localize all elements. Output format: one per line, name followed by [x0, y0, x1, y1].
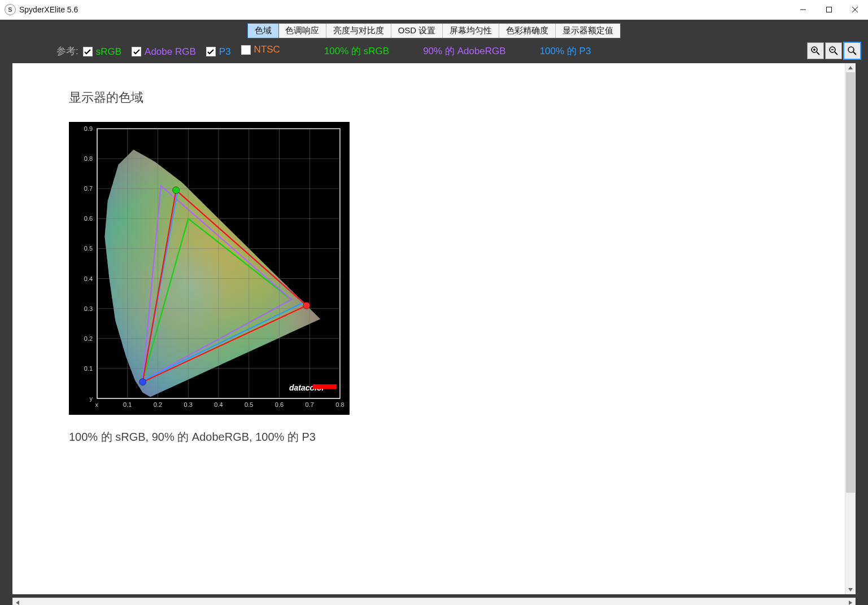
gamut-result: 100% 的 sRGB: [324, 45, 389, 58]
svg-line-5: [817, 52, 819, 55]
svg-line-9: [835, 52, 838, 55]
svg-marker-58: [849, 600, 852, 605]
tab-色域[interactable]: 色域: [247, 23, 279, 38]
ref-checkbox-srgb[interactable]: sRGB: [83, 46, 121, 58]
svg-text:0.7: 0.7: [84, 185, 93, 192]
svg-text:0.9: 0.9: [84, 125, 93, 132]
maximize-button[interactable]: [816, 0, 842, 19]
content-panel: 显示器的色域 0.10.20.30.40.50.60.70.80.10.20.3…: [12, 63, 856, 594]
gamut-result: 100% 的 P3: [540, 45, 591, 58]
svg-text:0.2: 0.2: [84, 335, 93, 342]
svg-point-52: [139, 379, 146, 385]
svg-text:0.5: 0.5: [245, 401, 253, 408]
svg-text:0.6: 0.6: [84, 215, 93, 222]
horizontal-scrollbar[interactable]: [12, 598, 856, 605]
zoom-in-button[interactable]: [807, 42, 824, 59]
vertical-scrollbar[interactable]: [845, 63, 856, 594]
zoom-fit-button[interactable]: [843, 42, 861, 60]
gamut-chart: 0.10.20.30.40.50.60.70.80.10.20.30.40.50…: [69, 122, 350, 415]
ref-checkbox-ntsc[interactable]: NTSC: [241, 44, 280, 55]
svg-point-51: [173, 187, 180, 194]
svg-text:0.5: 0.5: [84, 245, 93, 252]
svg-text:0.3: 0.3: [184, 401, 193, 408]
svg-marker-56: [848, 588, 853, 591]
svg-text:0.4: 0.4: [84, 275, 93, 282]
svg-point-11: [848, 47, 854, 52]
svg-text:0.3: 0.3: [84, 305, 93, 312]
minimize-button[interactable]: [790, 0, 816, 19]
svg-text:y: y: [90, 395, 93, 402]
svg-text:0.1: 0.1: [123, 401, 132, 408]
close-button[interactable]: [842, 0, 868, 19]
page-heading: 显示器的色域: [69, 89, 856, 106]
reference-label: 参考:: [56, 45, 78, 58]
svg-rect-54: [313, 384, 337, 389]
svg-text:0.4: 0.4: [214, 401, 223, 408]
window-title: SpyderXElite 5.6: [19, 5, 78, 14]
tab-屏幕均匀性[interactable]: 屏幕均匀性: [443, 24, 499, 38]
title-bar: S SpyderXElite 5.6: [0, 0, 868, 20]
svg-text:0.6: 0.6: [275, 401, 283, 408]
tab-strip: 色域色调响应亮度与对比度OSD 设置屏幕均匀性色彩精确度显示器额定值: [0, 20, 868, 38]
svg-rect-1: [827, 7, 832, 12]
svg-text:x: x: [95, 401, 99, 408]
reference-toolbar: 参考: sRGBAdobe RGBP3NTSC 100% 的 sRGB90% 的…: [0, 38, 868, 63]
svg-point-50: [303, 302, 310, 309]
svg-text:0.7: 0.7: [306, 401, 314, 408]
tab-显示器额定值[interactable]: 显示器额定值: [556, 24, 620, 38]
svg-text:0.2: 0.2: [154, 401, 162, 408]
svg-text:0.1: 0.1: [84, 365, 93, 372]
ref-checkbox-adobe-rgb[interactable]: Adobe RGB: [132, 46, 196, 58]
app-icon: S: [5, 4, 16, 15]
tab-色调响应[interactable]: 色调响应: [278, 24, 326, 38]
tab-OSD 设置[interactable]: OSD 设置: [391, 24, 443, 38]
svg-text:0.8: 0.8: [335, 401, 344, 408]
svg-marker-55: [848, 66, 853, 69]
svg-line-12: [853, 52, 856, 55]
ref-checkbox-p3[interactable]: P3: [206, 46, 231, 58]
gamut-result: 90% 的 AdobeRGB: [423, 45, 505, 58]
zoom-out-button[interactable]: [825, 42, 842, 59]
svg-text:0.8: 0.8: [84, 155, 93, 162]
svg-marker-57: [16, 600, 19, 605]
gamut-caption: 100% 的 sRGB, 90% 的 AdobeRGB, 100% 的 P3: [69, 429, 856, 445]
tab-色彩精确度[interactable]: 色彩精确度: [499, 24, 556, 38]
tab-亮度与对比度[interactable]: 亮度与对比度: [326, 24, 391, 38]
